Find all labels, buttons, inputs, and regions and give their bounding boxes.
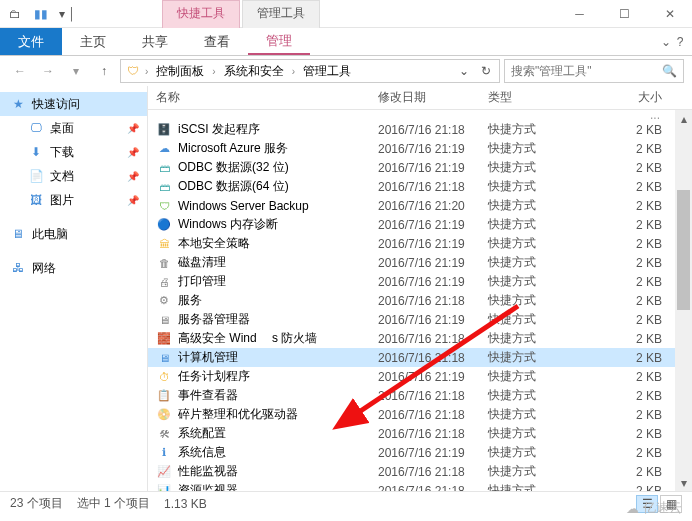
scroll-up-button[interactable]: ▴ <box>675 110 692 127</box>
column-size[interactable]: 大小 <box>588 89 692 106</box>
file-icon: 🖨 <box>156 274 172 290</box>
file-date: 2016/7/16 21:19 <box>378 218 488 232</box>
maximize-button[interactable]: ☐ <box>602 0 647 28</box>
cloud-icon: ☁ <box>626 501 639 516</box>
chevron-right-icon[interactable]: › <box>210 66 217 77</box>
file-name: 性能监视器 <box>178 463 238 480</box>
file-row[interactable]: 📀碎片整理和优化驱动器 2016/7/16 21:18 快捷方式 2 KB <box>148 405 692 424</box>
scroll-down-button[interactable]: ▾ <box>675 474 692 491</box>
column-type[interactable]: 类型 <box>488 89 588 106</box>
file-row[interactable]: 🖥计算机管理 2016/7/16 21:18 快捷方式 2 KB <box>148 348 692 367</box>
chevron-right-icon[interactable]: › <box>290 66 297 77</box>
file-name: 本地安全策略 <box>178 235 250 252</box>
file-row[interactable]: 🧱高级安全 Windows 防火墙 2016/7/16 21:18 快捷方式 2… <box>148 329 692 348</box>
folder-icon[interactable]: 🗀 <box>4 3 26 25</box>
file-name: 资源监视器 <box>178 482 238 491</box>
breadcrumb[interactable]: 🛡 › 控制面板 › 系统和安全 › 管理工具 ⌄ ↻ <box>120 59 500 83</box>
file-name: Windows Server Backup <box>178 199 309 213</box>
context-tab-manage-tools[interactable]: 管理工具 <box>242 0 320 28</box>
file-type: 快捷方式 <box>488 273 588 290</box>
close-button[interactable]: ✕ <box>647 0 692 28</box>
file-row[interactable]: 🔵Windows 内存诊断 2016/7/16 21:19 快捷方式 2 KB <box>148 215 692 234</box>
file-row[interactable]: 🗃ODBC 数据源(32 位) 2016/7/16 21:19 快捷方式 2 K… <box>148 158 692 177</box>
sidebar-quick-item[interactable]: 🖼图片📌 <box>0 188 147 212</box>
column-date[interactable]: 修改日期 <box>378 89 488 106</box>
file-row[interactable]: ☁Microsoft Azure 服务 2016/7/16 21:19 快捷方式… <box>148 139 692 158</box>
status-selection: 选中 1 个项目 <box>77 495 150 512</box>
file-type: 快捷方式 <box>488 444 588 461</box>
ribbon-tab-home[interactable]: 主页 <box>62 28 124 55</box>
breadcrumb-item[interactable]: 管理工具 <box>299 63 355 80</box>
pin-icon: 📌 <box>127 195 139 206</box>
context-tab-shortcut-tools[interactable]: 快捷工具 <box>162 0 240 28</box>
ribbon-tab-manage[interactable]: 管理 <box>248 28 310 55</box>
file-row[interactable]: 🗄️iSCSI 发起程序 2016/7/16 21:18 快捷方式 2 KB <box>148 120 692 139</box>
forward-button[interactable]: → <box>36 59 60 83</box>
ribbon-tab-share[interactable]: 共享 <box>124 28 186 55</box>
expand-ribbon-button[interactable]: ⌄ ? <box>652 28 692 55</box>
file-icon: 📀 <box>156 407 172 423</box>
search-icon[interactable]: 🔍 <box>662 64 677 78</box>
file-icon: 📋 <box>156 388 172 404</box>
status-item-count: 23 个项目 <box>10 495 63 512</box>
ribbon-file-tab[interactable]: 文件 <box>0 28 62 55</box>
sidebar-item-label: 下载 <box>50 144 74 161</box>
back-button[interactable]: ← <box>8 59 32 83</box>
status-bar: 23 个项目 选中 1 个项目 1.13 KB ☰ ▦ <box>0 491 692 515</box>
file-row[interactable]: 📈性能监视器 2016/7/16 21:18 快捷方式 2 KB <box>148 462 692 481</box>
sidebar-quick-item[interactable]: 🖵桌面📌 <box>0 116 147 140</box>
shield-icon: 🛡 <box>125 63 141 79</box>
column-name[interactable]: 名称 <box>148 89 378 106</box>
sidebar-quick-item[interactable]: 📄文档📌 <box>0 164 147 188</box>
file-row[interactable]: ⚙服务 2016/7/16 21:18 快捷方式 2 KB <box>148 291 692 310</box>
sidebar-quick-access[interactable]: ★ 快速访问 <box>0 92 147 116</box>
sidebar-network[interactable]: 🖧 网络 <box>0 256 147 280</box>
minimize-button[interactable]: ─ <box>557 0 602 28</box>
chevron-right-icon[interactable]: › <box>143 66 150 77</box>
file-row[interactable]: 🗃ODBC 数据源(64 位) 2016/7/16 21:18 快捷方式 2 K… <box>148 177 692 196</box>
file-type: 快捷方式 <box>488 330 588 347</box>
file-name: ODBC 数据源(64 位) <box>178 178 289 195</box>
file-type: 快捷方式 <box>488 197 588 214</box>
scroll-thumb[interactable] <box>677 190 690 310</box>
sidebar-this-pc[interactable]: 🖥 此电脑 <box>0 222 147 246</box>
file-type: 快捷方式 <box>488 121 588 138</box>
file-row[interactable]: 🖨打印管理 2016/7/16 21:19 快捷方式 2 KB <box>148 272 692 291</box>
pin-icon: 📌 <box>127 171 139 182</box>
file-date: 2016/7/16 21:19 <box>378 142 488 156</box>
file-date: 2016/7/16 21:20 <box>378 199 488 213</box>
file-icon: 🏛 <box>156 236 172 252</box>
file-name: 系统配置 <box>178 425 226 442</box>
file-type: 快捷方式 <box>488 140 588 157</box>
file-date: 2016/7/16 21:18 <box>378 465 488 479</box>
dropdown-icon[interactable]: ⌄ <box>453 64 475 78</box>
qat-dropdown-icon[interactable]: ▾ │ <box>56 3 78 25</box>
file-type: 快捷方式 <box>488 425 588 442</box>
sidebar-quick-item[interactable]: ⬇下载📌 <box>0 140 147 164</box>
recent-locations-button[interactable]: ▾ <box>64 59 88 83</box>
pin-icon[interactable]: ▮▮ <box>30 3 52 25</box>
file-row-truncated[interactable] <box>148 110 692 120</box>
star-icon: ★ <box>10 96 26 112</box>
file-row[interactable]: ⏱任务计划程序 2016/7/16 21:19 快捷方式 2 KB <box>148 367 692 386</box>
file-name: 碎片整理和优化驱动器 <box>178 406 298 423</box>
file-type: 快捷方式 <box>488 406 588 423</box>
file-row[interactable]: 🖥服务器管理器 2016/7/16 21:19 快捷方式 2 KB <box>148 310 692 329</box>
vertical-scrollbar[interactable]: ▴ ▾ <box>675 110 692 491</box>
ribbon-tab-view[interactable]: 查看 <box>186 28 248 55</box>
refresh-button[interactable]: ↻ <box>477 64 495 78</box>
file-row[interactable]: ℹ系统信息 2016/7/16 21:19 快捷方式 2 KB <box>148 443 692 462</box>
file-row[interactable]: 🛡Windows Server Backup 2016/7/16 21:20 快… <box>148 196 692 215</box>
up-button[interactable]: ↑ <box>92 59 116 83</box>
search-input[interactable] <box>511 64 662 78</box>
file-row[interactable]: 📋事件查看器 2016/7/16 21:18 快捷方式 2 KB <box>148 386 692 405</box>
breadcrumb-item[interactable]: 系统和安全 <box>220 63 288 80</box>
file-date: 2016/7/16 21:18 <box>378 408 488 422</box>
file-row[interactable]: 🛠系统配置 2016/7/16 21:18 快捷方式 2 KB <box>148 424 692 443</box>
breadcrumb-item[interactable]: 控制面板 <box>152 63 208 80</box>
search-box[interactable]: 🔍 <box>504 59 684 83</box>
file-row[interactable]: 🏛本地安全策略 2016/7/16 21:19 快捷方式 2 KB <box>148 234 692 253</box>
file-row[interactable]: 📊资源监视器 2016/7/16 21:18 快捷方式 2 KB <box>148 481 692 491</box>
file-row[interactable]: 🗑磁盘清理 2016/7/16 21:19 快捷方式 2 KB <box>148 253 692 272</box>
file-type: 快捷方式 <box>488 482 588 491</box>
